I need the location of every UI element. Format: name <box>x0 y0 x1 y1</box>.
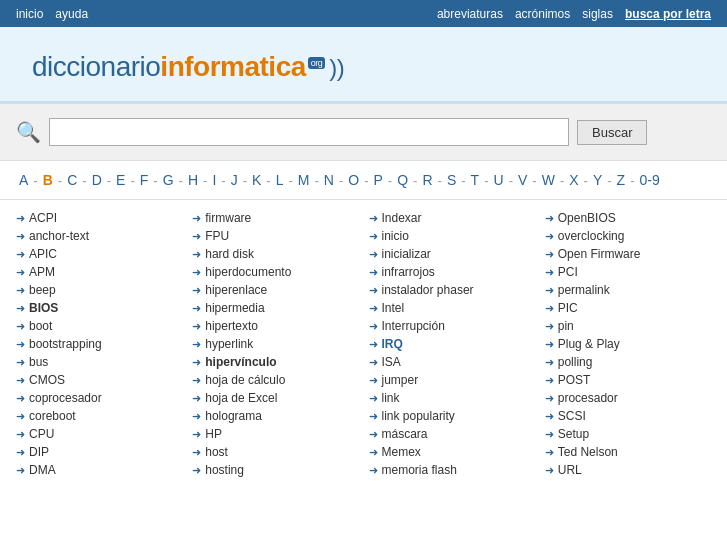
word-link[interactable]: infrarrojos <box>382 265 435 279</box>
word-link[interactable]: PCI <box>558 265 578 279</box>
word-link[interactable]: Intel <box>382 301 405 315</box>
list-item: ➜coprocesador <box>16 390 182 406</box>
alpha-link-Q[interactable]: Q <box>394 171 411 189</box>
word-link[interactable]: FPU <box>205 229 229 243</box>
word-link[interactable]: inicializar <box>382 247 431 261</box>
alpha-link-K[interactable]: K <box>249 171 264 189</box>
word-link[interactable]: polling <box>558 355 593 369</box>
word-link[interactable]: inicio <box>382 229 409 243</box>
alpha-link-X[interactable]: X <box>566 171 581 189</box>
alpha-link-Z[interactable]: Z <box>614 171 629 189</box>
word-link[interactable]: pin <box>558 319 574 333</box>
word-link[interactable]: link popularity <box>382 409 455 423</box>
word-link[interactable]: Plug & Play <box>558 337 620 351</box>
alpha-link-J[interactable]: J <box>228 171 241 189</box>
word-link[interactable]: hiperdocumento <box>205 265 291 279</box>
word-link[interactable]: hoja de cálculo <box>205 373 285 387</box>
word-link[interactable]: memoria flash <box>382 463 457 477</box>
nav-link-busca-por-letra[interactable]: busca por letra <box>625 7 711 21</box>
word-link[interactable]: APIC <box>29 247 57 261</box>
word-link[interactable]: Indexar <box>382 211 422 225</box>
word-link[interactable]: holograma <box>205 409 262 423</box>
word-link[interactable]: PIC <box>558 301 578 315</box>
alpha-link-M[interactable]: M <box>295 171 313 189</box>
word-link[interactable]: APM <box>29 265 55 279</box>
alpha-link-F[interactable]: F <box>137 171 152 189</box>
list-item: ➜OpenBIOS <box>545 210 711 226</box>
alpha-link-0-9[interactable]: 0-9 <box>637 171 663 189</box>
word-link[interactable]: Open Firmware <box>558 247 641 261</box>
word-link[interactable]: hoja de Excel <box>205 391 277 405</box>
word-link[interactable]: Ted Nelson <box>558 445 618 459</box>
word-link[interactable]: máscara <box>382 427 428 441</box>
word-link[interactable]: hard disk <box>205 247 254 261</box>
search-input[interactable] <box>49 118 569 146</box>
word-link[interactable]: overclocking <box>558 229 625 243</box>
word-link[interactable]: hipermedia <box>205 301 264 315</box>
word-link[interactable]: hiperenlace <box>205 283 267 297</box>
word-link[interactable]: Setup <box>558 427 589 441</box>
alpha-separator: - <box>107 173 111 188</box>
word-link[interactable]: HP <box>205 427 222 441</box>
list-item: ➜boot <box>16 318 182 334</box>
word-link[interactable]: Memex <box>382 445 421 459</box>
word-link[interactable]: hipertexto <box>205 319 258 333</box>
alpha-link-S[interactable]: S <box>444 171 459 189</box>
word-link[interactable]: beep <box>29 283 56 297</box>
alpha-link-H[interactable]: H <box>185 171 201 189</box>
word-link[interactable]: firmware <box>205 211 251 225</box>
word-link[interactable]: permalink <box>558 283 610 297</box>
word-link[interactable]: IRQ <box>382 337 403 351</box>
word-link[interactable]: bus <box>29 355 48 369</box>
word-link[interactable]: procesador <box>558 391 618 405</box>
alpha-link-I[interactable]: I <box>209 171 219 189</box>
alpha-link-A[interactable]: A <box>16 171 31 189</box>
word-link[interactable]: link <box>382 391 400 405</box>
word-link[interactable]: CPU <box>29 427 54 441</box>
word-link[interactable]: host <box>205 445 228 459</box>
word-link[interactable]: hosting <box>205 463 244 477</box>
alpha-link-G[interactable]: G <box>160 171 177 189</box>
word-link[interactable]: DMA <box>29 463 56 477</box>
word-link[interactable]: POST <box>558 373 591 387</box>
alpha-link-E[interactable]: E <box>113 171 128 189</box>
alpha-link-B[interactable]: B <box>40 171 56 189</box>
word-link[interactable]: ISA <box>382 355 401 369</box>
word-link[interactable]: hyperlink <box>205 337 253 351</box>
alpha-link-N[interactable]: N <box>321 171 337 189</box>
word-link[interactable]: DIP <box>29 445 49 459</box>
word-link[interactable]: SCSI <box>558 409 586 423</box>
word-link[interactable]: bootstrapping <box>29 337 102 351</box>
alpha-link-D[interactable]: D <box>89 171 105 189</box>
nav-link-ayuda[interactable]: ayuda <box>55 7 88 21</box>
word-link[interactable]: coprocesador <box>29 391 102 405</box>
word-link[interactable]: coreboot <box>29 409 76 423</box>
nav-link-abreviaturas[interactable]: abreviaturas <box>437 7 503 21</box>
word-link[interactable]: ACPI <box>29 211 57 225</box>
alpha-link-C[interactable]: C <box>64 171 80 189</box>
alpha-link-U[interactable]: U <box>491 171 507 189</box>
alpha-link-V[interactable]: V <box>515 171 530 189</box>
nav-link-inicio[interactable]: inicio <box>16 7 43 21</box>
alpha-link-L[interactable]: L <box>273 171 287 189</box>
nav-link-acrónimos[interactable]: acrónimos <box>515 7 570 21</box>
word-link[interactable]: Interrupción <box>382 319 445 333</box>
nav-link-siglas[interactable]: siglas <box>582 7 613 21</box>
alpha-link-Y[interactable]: Y <box>590 171 605 189</box>
word-link[interactable]: boot <box>29 319 52 333</box>
word-link[interactable]: hipervínculo <box>205 355 276 369</box>
alpha-link-P[interactable]: P <box>371 171 386 189</box>
word-link[interactable]: URL <box>558 463 582 477</box>
alpha-link-R[interactable]: R <box>419 171 435 189</box>
search-button[interactable]: Buscar <box>577 120 647 145</box>
word-link[interactable]: BIOS <box>29 301 58 315</box>
site-logo: diccionarioinformaticaorg)) <box>32 51 695 83</box>
alpha-link-T[interactable]: T <box>468 171 483 189</box>
word-link[interactable]: jumper <box>382 373 419 387</box>
alpha-link-W[interactable]: W <box>539 171 558 189</box>
word-link[interactable]: OpenBIOS <box>558 211 616 225</box>
word-link[interactable]: CMOS <box>29 373 65 387</box>
word-link[interactable]: anchor-text <box>29 229 89 243</box>
word-link[interactable]: instalador phaser <box>382 283 474 297</box>
alpha-link-O[interactable]: O <box>345 171 362 189</box>
